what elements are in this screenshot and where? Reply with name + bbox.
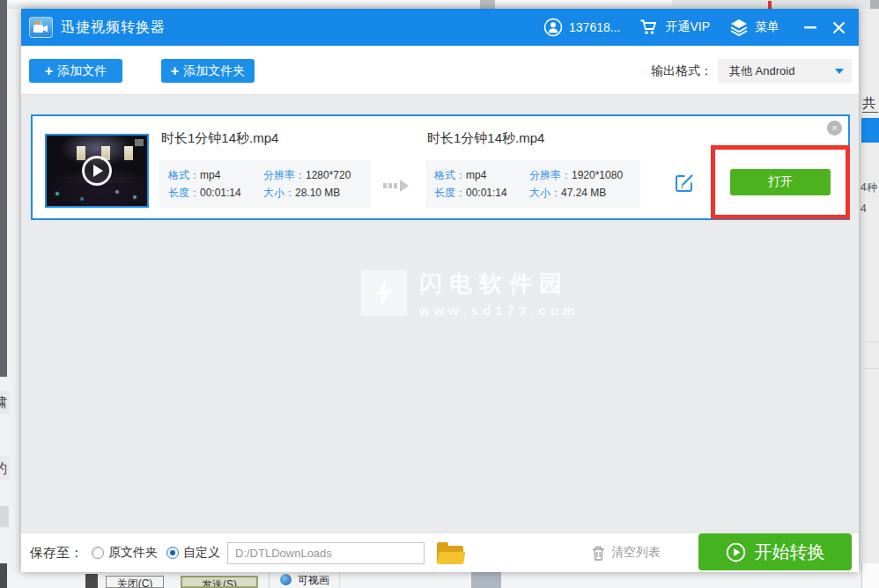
thumbnail-detail [77,146,85,160]
background-right-link: 共 [862,95,878,113]
background-grey-box [471,572,501,588]
user-account-button[interactable]: 137618... [543,18,620,37]
source-info-box: 格式：mp4 分辨率：1280*720 长度：00:01:14 大小：28.10… [159,160,371,208]
toolbar: + 添加文件 + 添加文件夹 输出格式： 其他 Android [21,46,859,95]
add-file-button[interactable]: + 添加文件 [29,59,122,83]
source-filename: 时长1分钟14秒.mp4 [161,130,278,147]
trash-icon [592,546,605,561]
open-output-button[interactable]: 打开 [730,169,831,195]
source-format: 格式：mp4 [168,166,263,184]
radio-original-folder[interactable]: 原文件夹 [92,545,158,561]
clear-list-label: 清空列表 [611,545,661,561]
video-thumbnail[interactable] [45,134,149,208]
start-convert-button[interactable]: 开始转换 [698,533,852,570]
lightning-icon [361,270,407,316]
target-info-box: 格式：mp4 分辨率：1920*1080 长度：00:01:14 大小：47.2… [425,160,640,208]
app-logo-icon [29,17,53,38]
minimize-button[interactable] [799,16,822,39]
background-right-text: 4 [861,202,879,215]
chevron-down-icon [835,69,844,74]
output-path-input[interactable] [227,542,425,564]
background-right-blue-button [861,118,879,143]
add-folder-label: 添加文件夹 [183,63,245,79]
user-icon [543,18,563,37]
divider [339,572,340,588]
thumbnail-logo [135,139,144,146]
annotation-red-rectangle: 打开 [711,145,850,219]
watermark-text: 闪电软件园 www.sd173.com [419,268,579,318]
target-filename: 时长1分钟14秒.mp4 [427,130,544,147]
background-left-text: 的 [0,456,10,480]
output-format-group: 输出格式： 其他 Android [651,59,852,83]
titlebar-right: 137618... 开通VIP 菜单 [543,16,859,39]
add-folder-button[interactable]: + 添加文件夹 [161,59,255,83]
target-size: 大小：47.24 MB [529,184,632,202]
close-button[interactable] [827,16,850,39]
radio-checked-icon[interactable] [166,547,179,559]
output-format-dropdown[interactable]: 其他 Android [718,59,852,83]
background-left-icon [0,506,9,527]
clear-list-button[interactable]: 清空列表 [592,545,661,561]
edit-settings-button[interactable] [674,173,695,194]
target-resolution: 分辨率：1920*1080 [529,166,632,184]
radio-custom-folder[interactable]: 自定义 [166,545,220,561]
background-left-text: 啸 [0,390,10,414]
start-convert-label: 开始转换 [755,540,825,564]
background-strip-segment [480,0,495,9]
minimize-icon [804,26,816,29]
background-red-tick [768,1,772,9]
plus-icon: + [171,63,179,79]
file-list-area: 闪电软件园 www.sd173.com 时长1分钟14秒.mp4 格 [21,95,859,533]
radio-icon[interactable] [92,547,104,559]
remove-file-icon[interactable]: × [827,121,842,136]
globe-icon [280,574,292,585]
play-circle-icon [726,542,746,562]
watermark-title: 闪电软件园 [419,268,579,299]
source-resolution: 分辨率：1280*720 [263,166,362,184]
user-id-label: 137618... [569,20,620,34]
target-format: 格式：mp4 [434,166,529,184]
background-divider [861,342,879,342]
radio-custom-label: 自定义 [183,545,220,561]
thumbnail-detail [124,146,133,160]
background-taskbar-text: 可视画 [298,573,329,588]
background-right-text: 4种 [861,180,879,195]
background-send-button: 发送(S) [181,576,258,588]
background-close-button: 关闭(C) [106,576,164,588]
menu-label: 菜单 [755,19,779,35]
source-size: 大小：28.10 MB [263,184,362,202]
vip-label: 开通VIP [665,19,710,35]
background-right-column [859,9,879,563]
watermark-url: www.sd173.com [419,303,579,318]
open-vip-button[interactable]: 开通VIP [639,18,710,36]
play-icon[interactable] [82,156,112,186]
close-icon [832,21,846,34]
output-format-label: 输出格式： [651,63,713,79]
browse-folder-icon[interactable] [437,542,463,564]
edit-pencil-icon [674,173,695,194]
background-strip-end [870,0,879,9]
titlebar: 迅捷视频转换器 137618... 开通VIP [21,9,859,46]
thumbnail-detail [47,183,147,206]
menu-button[interactable]: 菜单 [729,18,779,36]
divider [269,572,270,588]
save-to-label: 保存至： [30,545,83,562]
file-row[interactable]: 时长1分钟14秒.mp4 格式：mp4 分辨率：1280*720 长度：00:0… [31,114,850,220]
target-duration: 长度：00:01:14 [434,184,529,202]
add-file-label: 添加文件 [57,63,107,79]
app-window: 迅捷视频转换器 137618... 开通VIP [21,9,859,572]
cart-icon [639,18,659,36]
source-duration: 长度：00:01:14 [168,184,263,202]
screen: 啸 的 共 4种 4 关闭(C) 发送(S) 可视画 迅捷 [0,0,879,588]
background-left-edge-bottom [0,563,7,588]
background-divider [861,368,879,369]
background-bottom-strip: 关闭(C) 发送(S) 可视画 [7,572,859,588]
background-strip-shade [672,0,879,9]
background-left-edge [0,0,7,377]
app-title: 迅捷视频转换器 [61,18,166,37]
background-dark-box [85,574,98,588]
plus-icon: + [45,63,53,79]
background-right-box [861,563,879,588]
output-format-value: 其他 Android [729,64,794,77]
convert-arrow-icon [383,180,409,192]
